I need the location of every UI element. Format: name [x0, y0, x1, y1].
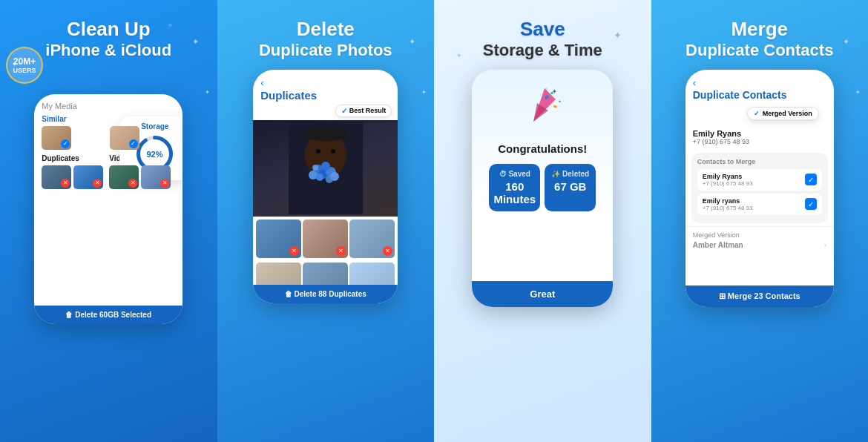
stats-grid: ⏱ Saved 160 Minutes ✨ Deleted 67 GB [483, 164, 602, 211]
phone-mockup-3: ✦ ✦ ✧ Congratulations! ⏱ Saved 160 Minut… [472, 70, 613, 307]
delete-bar-2[interactable]: 🗑 Delete 88 Duplicates [253, 285, 398, 303]
phone-mockup-2: ‹ Duplicates ✓ Best Result [253, 70, 398, 303]
x-badge: ✕ [383, 246, 392, 256]
back-arrow-icon: ‹ [260, 77, 263, 88]
sparkle-icon: ✦ [843, 37, 849, 47]
chevron-right-icon: › [823, 241, 826, 249]
phone-mockup-4: ‹ Duplicate Contacts ✓ Merged Version Em… [685, 70, 834, 307]
thumb-item: ✕ [141, 165, 171, 189]
sparkle-icon: ✦ [409, 37, 415, 47]
x-badge: ✕ [61, 179, 70, 188]
best-result-tag: ✓ Best Result [335, 105, 392, 117]
panel1-title: Clean Up iPhone & iCloud [45, 18, 171, 61]
x-badge: ✕ [336, 246, 346, 256]
ctm-check-1: ✓ [805, 174, 817, 185]
thumb-item: ✓ [42, 126, 71, 150]
pm1-header: My Media [42, 102, 175, 110]
dup-thumb-row-1: ✕ ✕ ✕ [253, 217, 398, 261]
main-photo [253, 120, 398, 217]
party-popper-icon: ✦ ✦ ✧ [522, 85, 563, 129]
congrats-area: ✦ ✦ ✧ Congratulations! ⏱ Saved 160 Minut… [472, 70, 613, 219]
check-badge: ✓ [129, 139, 138, 148]
back-arrow-icon: ‹ [693, 77, 696, 88]
ctm-contact-info-2: Emily ryans +7 (910) 675 48 93 [703, 197, 753, 211]
svg-point-8 [331, 149, 335, 154]
merge-button[interactable]: ⊞ Merge 23 Contacts [685, 286, 834, 307]
panel-delete: Delete Duplicate Photos ✦ ✦ ‹ Duplicates… [217, 0, 435, 442]
merged-version-badge: ✓ Merged Version [747, 107, 819, 120]
panel4-title: Merge Duplicate Contacts [685, 18, 833, 61]
svg-point-16 [312, 165, 318, 171]
dup-thumb: ✕ [349, 220, 395, 258]
main-contact-row: Emily Ryans +7 (910) 675 48 93 [685, 125, 834, 150]
svg-rect-6 [305, 129, 346, 139]
party-icon: ✦ ✦ ✧ [522, 85, 563, 138]
sparkle-icon: ✧ [168, 22, 173, 29]
duplicates-section: Duplicates ✕ ✕ [42, 154, 103, 189]
check-icon: ✓ [341, 107, 347, 115]
contacts-to-merge: Contacts to Merge Emily Ryans +7 (910) 6… [691, 153, 828, 223]
check-icon: ✓ [754, 110, 760, 117]
thumb-item: ✕ [73, 165, 103, 189]
phone-mockup-1: My Media Storage 92% Similar ✓ [34, 94, 183, 324]
dup-thumb: ✕ [256, 220, 301, 258]
panel2-title: Delete Duplicate Photos [259, 18, 392, 61]
thumb-item: ✕ [42, 165, 71, 189]
delete-bar[interactable]: 🗑 Delete 60GB Selected [34, 306, 183, 324]
panel-merge: Merge Duplicate Contacts ✦ ✦ ‹ Duplicate… [651, 0, 869, 442]
photo-image [289, 122, 363, 214]
thumb-item: ✕ [109, 165, 139, 189]
ctm-check-2: ✓ [805, 198, 817, 210]
svg-rect-24 [553, 105, 557, 108]
pm4-header: ‹ Duplicate Contacts [685, 70, 834, 104]
x-badge: ✕ [160, 179, 169, 188]
saved-stat: ⏱ Saved 160 Minutes [489, 164, 540, 211]
contact-row-2: Emily ryans +7 (910) 675 48 93 ✓ [697, 194, 822, 215]
dup-grid: ✕ ✕ [42, 165, 103, 189]
x-badge: ✕ [289, 246, 299, 256]
panel3-title: Save Storage & Time [483, 18, 602, 61]
great-button[interactable]: Great [472, 281, 613, 307]
sparkle-icon: ✦ [421, 89, 427, 96]
sparkle-icon: ✦ [614, 30, 622, 41]
panel-save: Save Storage & Time ✦ ✦ ✦ ✦ ✧ [434, 0, 651, 442]
deleted-stat: ✨ Deleted 67 GB [545, 164, 596, 211]
sparkle-icon: ✦ [855, 89, 861, 96]
contact-info: Emily Ryans +7 (910) 675 48 93 [693, 129, 749, 145]
sparkle-icon: ✦ [192, 37, 199, 47]
merged-version-row: Merged Version Amber Altman › [685, 226, 834, 254]
x-badge: ✕ [93, 179, 102, 188]
x-badge: ✕ [128, 179, 137, 188]
ctm-contact-info-1: Emily Ryans +7 (910) 675 48 93 [703, 173, 753, 187]
svg-point-17 [326, 176, 333, 183]
svg-point-13 [321, 162, 330, 171]
sparkle-icon: ✦ [456, 52, 462, 59]
dup-thumb: ✕ [303, 220, 348, 258]
svg-text:✦: ✦ [558, 99, 562, 104]
sparkle-icon: ✦ [11, 59, 18, 69]
thumb-item: ✓ [110, 126, 139, 150]
svg-point-15 [316, 174, 323, 181]
svg-text:92%: 92% [147, 150, 163, 159]
contact-row-1: Emily Ryans +7 (910) 675 48 93 ✓ [697, 169, 822, 191]
panel-cleanup: Clean Up iPhone & iCloud 20M+ USERS ✦ ✦ … [0, 0, 217, 442]
svg-point-7 [316, 149, 320, 154]
check-badge: ✓ [61, 139, 70, 148]
pm2-header: ‹ Duplicates [253, 70, 398, 105]
sparkle-icon: ✦ [205, 89, 210, 96]
